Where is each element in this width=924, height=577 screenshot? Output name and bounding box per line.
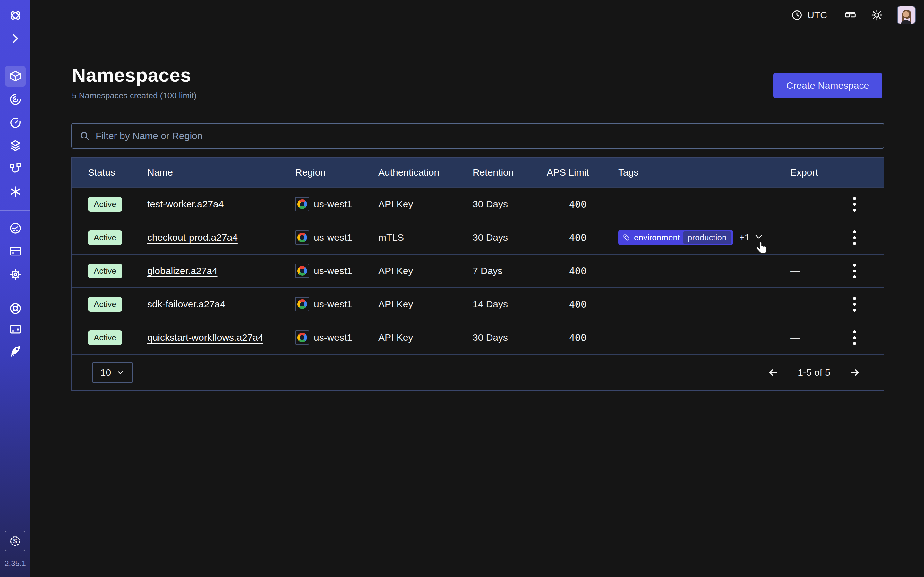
tag-key: environment (634, 233, 680, 243)
sidebar-item-usage[interactable] (5, 218, 26, 239)
page-subtitle: 5 Namespaces created (100 limit) (72, 91, 197, 101)
life-ring-icon (9, 302, 22, 315)
cube-icon (9, 70, 22, 83)
row-menu-button[interactable] (851, 295, 858, 314)
sidebar-expand-button[interactable] (5, 28, 26, 49)
col-aps-limit: APS Limit (547, 167, 618, 178)
region-label: us-west1 (314, 299, 352, 309)
avatar[interactable] (897, 6, 916, 24)
arrow-left-icon (767, 367, 780, 378)
table-header-row: Status Name Region Authentication Retent… (72, 158, 884, 187)
app-version: 2.35.1 (5, 559, 26, 568)
tag-value: production (683, 231, 730, 244)
sidebar-item-workflows[interactable] (5, 89, 26, 110)
sidebar-item-release-notes[interactable] (5, 319, 26, 340)
topbar: UTC (31, 0, 924, 31)
namespace-link[interactable]: test-worker.a27a4 (147, 199, 224, 210)
dollar-badge-icon: $ (9, 535, 21, 548)
sidebar: $ 2.35.1 (0, 0, 31, 577)
tags-cell: environment production +1 (618, 230, 790, 245)
labs-toggle-button[interactable] (844, 9, 857, 21)
sidebar-item-namespaces[interactable] (5, 66, 26, 87)
page-size-value: 10 (100, 367, 111, 378)
export-value: — (790, 232, 800, 243)
sidebar-item-nexus[interactable] (5, 181, 26, 202)
timer-icon (9, 116, 22, 129)
namespace-link[interactable]: quickstart-workflows.a27a4 (147, 332, 263, 343)
retention-label: 30 Days (473, 232, 547, 243)
auth-label: mTLS (378, 232, 473, 243)
col-tags: Tags (618, 167, 790, 178)
retention-label: 30 Days (473, 332, 547, 343)
asterisk-icon (9, 185, 22, 198)
sidebar-item-pricing[interactable]: $ (5, 531, 25, 551)
auth-label: API Key (378, 266, 473, 276)
row-menu-button[interactable] (851, 262, 858, 280)
branch-icon (9, 162, 22, 175)
tags-expand-button[interactable] (754, 232, 764, 243)
chevron-down-icon (754, 232, 764, 242)
create-namespace-button[interactable]: Create Namespace (773, 73, 882, 98)
row-menu-button[interactable] (851, 229, 858, 247)
search-input[interactable] (90, 124, 884, 148)
status-badge: Active (88, 197, 122, 211)
namespaces-table: Status Name Region Authentication Retent… (71, 157, 884, 391)
region-label: us-west1 (314, 266, 352, 276)
previous-page-button[interactable] (767, 367, 780, 378)
page-size-select[interactable]: 10 (92, 362, 133, 383)
temporal-logo (5, 5, 26, 26)
spiral-icon (9, 93, 22, 106)
search-icon (79, 131, 90, 141)
theme-toggle-button[interactable] (871, 9, 883, 21)
gcp-icon (295, 330, 309, 345)
aps-value: 400 (547, 332, 586, 343)
auth-label: API Key (378, 332, 473, 343)
next-page-button[interactable] (848, 367, 861, 378)
table-row: Active test-worker.a27a4 us-west1 API Ke… (72, 187, 884, 221)
status-badge: Active (88, 330, 122, 345)
tag-pill[interactable]: environment production (618, 230, 733, 245)
retention-label: 7 Days (473, 266, 547, 276)
clock-icon (791, 9, 803, 21)
retention-label: 30 Days (473, 199, 547, 210)
tags-more-count: +1 (740, 232, 750, 243)
auth-label: API Key (378, 199, 473, 210)
col-name: Name (147, 167, 295, 178)
sidebar-item-settings[interactable] (5, 264, 26, 285)
rocket-icon (9, 344, 22, 357)
region-label: us-west1 (314, 332, 352, 343)
sidebar-item-billing[interactable] (5, 241, 26, 261)
screen: $ 2.35.1 UTC (0, 0, 924, 577)
sidebar-item-getting-started[interactable] (5, 340, 26, 361)
aps-value: 400 (547, 266, 586, 277)
namespace-link[interactable]: globalizer.a27a4 (147, 266, 218, 276)
glasses-icon (844, 9, 857, 21)
gcp-icon (295, 197, 309, 211)
table-row: Active globalizer.a27a4 us-west1 API Key… (72, 254, 884, 287)
row-menu-button[interactable] (851, 195, 858, 213)
layers-icon (9, 139, 22, 152)
region-label: us-west1 (314, 232, 352, 243)
aps-value: 400 (547, 299, 586, 310)
table-footer: 10 1-5 of 5 (72, 354, 884, 390)
book-plus-icon (9, 323, 22, 336)
sidebar-item-support[interactable] (5, 298, 26, 319)
table-row: Active checkout-prod.a27a4 us-west1 mTLS… (72, 221, 884, 254)
sidebar-item-schedules[interactable] (5, 112, 26, 133)
gcp-icon (295, 264, 309, 278)
sidebar-item-batch-operations[interactable] (5, 158, 26, 179)
gauge-icon (9, 222, 22, 235)
col-export: Export (790, 167, 884, 178)
row-menu-button[interactable] (851, 329, 858, 347)
namespace-link[interactable]: checkout-prod.a27a4 (147, 232, 238, 243)
svg-text:$: $ (13, 538, 17, 545)
timezone-selector[interactable]: UTC (791, 9, 827, 21)
filter-search (71, 123, 884, 149)
export-value: — (790, 299, 800, 309)
export-value: — (790, 332, 800, 343)
col-retention: Retention (473, 167, 547, 178)
namespace-link[interactable]: sdk-failover.a27a4 (147, 299, 226, 309)
sidebar-item-deployments[interactable] (5, 135, 26, 156)
export-value: — (790, 266, 800, 276)
col-status: Status (72, 167, 147, 178)
